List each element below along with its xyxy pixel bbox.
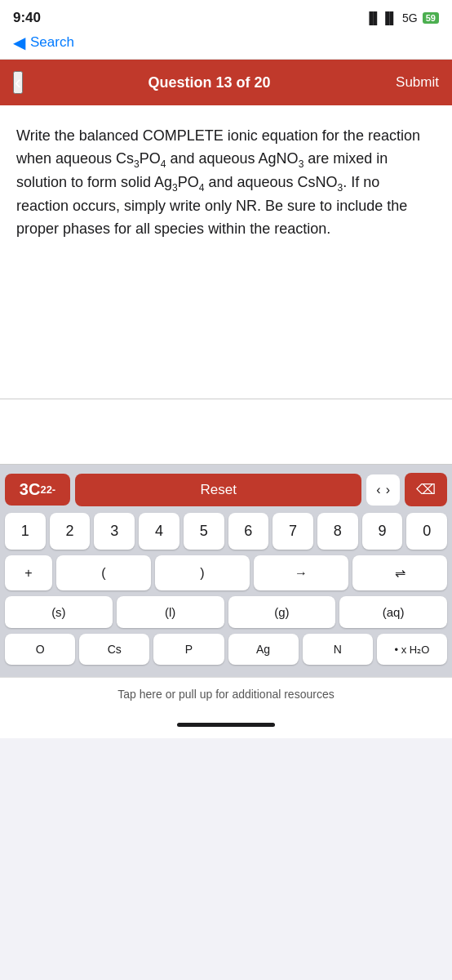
backspace-icon: ⌫ [416,481,436,498]
key-6[interactable]: 6 [228,513,269,550]
question-area: Write the balanced COMPLETE ionic equati… [0,105,452,399]
key-close-paren[interactable]: ) [155,555,250,590]
display-sup: 2- [47,483,56,496]
keyboard-top-row: 3C22- Reset ‹ › ⌫ [5,473,447,506]
key-equilibrium[interactable]: ⇌ [352,555,447,590]
header: ‹ Question 13 of 20 Submit [0,60,452,105]
reset-button[interactable]: Reset [75,474,361,506]
key-7[interactable]: 7 [273,513,313,550]
key-oxygen[interactable]: O [5,634,75,665]
display-number: 3 [20,480,29,499]
answer-area[interactable] [0,399,452,465]
keyboard: 3C22- Reset ‹ › ⌫ 1 2 3 4 5 6 7 8 9 0 + … [0,465,452,677]
key-gas[interactable]: (g) [228,596,336,628]
key-cesium[interactable]: Cs [79,634,149,665]
key-1[interactable]: 1 [5,513,46,550]
footer-hint-text: Tap here or pull up for additional resou… [117,688,334,701]
nav-right-icon: › [386,483,390,497]
key-phosphorus[interactable]: P [153,634,224,665]
question-text: Write the balanced COMPLETE ionic equati… [16,125,436,241]
key-aqueous[interactable]: (aq) [339,596,447,628]
key-4[interactable]: 4 [139,513,179,550]
backspace-button[interactable]: ⌫ [405,473,447,506]
key-silver[interactable]: Ag [228,634,299,665]
question-counter: Question 13 of 20 [148,74,271,91]
key-water[interactable]: • x H₂O [377,634,447,665]
key-8[interactable]: 8 [317,513,358,550]
number-row: 1 2 3 4 5 6 7 8 9 0 [5,513,447,550]
search-bar: ◀ Search [0,29,452,60]
status-icons: ▐▌▐▌ 5G 59 [365,11,439,24]
status-time: 9:40 [13,10,41,26]
phase-row: (s) (l) (g) (aq) [5,596,447,628]
battery-badge: 59 [423,12,439,24]
home-indicator [0,710,452,738]
search-label[interactable]: Search [30,34,74,51]
key-9[interactable]: 9 [362,513,403,550]
display-box: 3C22- [5,474,70,506]
footer-hint[interactable]: Tap here or pull up for additional resou… [0,677,452,710]
search-back-icon[interactable]: ◀ [13,33,25,52]
display-sub: 2 [40,483,46,496]
key-5[interactable]: 5 [184,513,224,550]
symbol-row: + ( ) → ⇌ [5,555,447,590]
key-open-paren[interactable]: ( [56,555,151,590]
status-bar: 9:40 ▐▌▐▌ 5G 59 [0,0,452,29]
key-3[interactable]: 3 [94,513,135,550]
key-2[interactable]: 2 [50,513,91,550]
nav-button[interactable]: ‹ › [366,474,400,506]
network-type: 5G [402,11,418,24]
signal-icon: ▐▌▐▌ [365,11,397,24]
key-solid[interactable]: (s) [5,596,113,628]
display-main: C [29,480,40,499]
submit-button[interactable]: Submit [396,74,439,91]
home-bar [177,723,275,727]
key-nitrogen[interactable]: N [303,634,373,665]
key-liquid[interactable]: (l) [117,596,224,628]
nav-left-icon: ‹ [376,483,380,497]
back-button[interactable]: ‹ [13,71,23,94]
key-0[interactable]: 0 [406,513,447,550]
key-arrow[interactable]: → [254,555,348,590]
key-plus[interactable]: + [5,555,52,590]
chem-row: O Cs P Ag N • x H₂O [5,634,447,665]
